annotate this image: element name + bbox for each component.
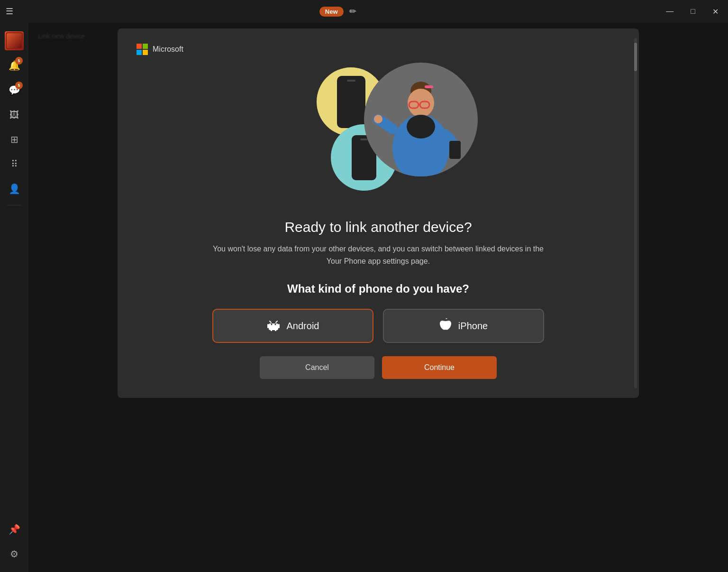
illustration: [279, 63, 478, 210]
sidebar: 🔔 5 💬 5 🖼 ⊞ ⠿ 👤 📌 ⚙: [0, 23, 28, 572]
dialog-question: What kind of phone do you have?: [287, 282, 469, 295]
titlebar-left: ☰: [6, 6, 13, 17]
hamburger-icon[interactable]: ☰: [6, 6, 13, 17]
message-badge: 5: [15, 82, 23, 89]
ms-logo-row: Microsoft: [136, 44, 183, 55]
svg-point-15: [274, 324, 276, 325]
svg-rect-3: [425, 85, 433, 88]
maximize-button[interactable]: □: [687, 5, 699, 18]
action-buttons: Cancel Continue: [260, 356, 497, 379]
dialog-scrollbar[interactable]: [634, 38, 637, 388]
close-button[interactable]: ✕: [709, 5, 722, 18]
dialog-title: Ready to link another device?: [284, 219, 472, 235]
svg-point-14: [271, 324, 272, 325]
sidebar-bottom: 📌 ⚙: [4, 519, 25, 564]
svg-rect-12: [449, 141, 461, 159]
ms-red-square: [136, 44, 142, 49]
svg-point-11: [374, 115, 382, 123]
svg-line-16: [270, 321, 271, 323]
svg-rect-18: [267, 324, 269, 328]
apps-icon: ⊞: [10, 134, 18, 145]
new-badge[interactable]: New: [319, 7, 344, 17]
sidebar-item-messages[interactable]: 💬 5: [4, 80, 25, 101]
sidebar-item-contacts[interactable]: 👤: [4, 178, 25, 199]
ms-blue-square: [136, 50, 142, 55]
svg-rect-19: [278, 324, 280, 328]
scrollbar-thumb: [634, 43, 637, 71]
dialog-description: You won't lose any data from your other …: [213, 243, 544, 267]
sidebar-item-photos[interactable]: 🖼: [4, 104, 25, 125]
titlebar-center: New ✏: [319, 6, 356, 17]
svg-rect-13: [269, 323, 278, 330]
ms-logo-text: Microsoft: [153, 45, 183, 54]
notification-badge: 5: [15, 57, 23, 65]
sidebar-avatar[interactable]: [4, 30, 25, 51]
dialog: Microsoft: [118, 28, 639, 398]
avatar-image: [5, 31, 24, 50]
sidebar-divider: [7, 205, 21, 205]
contacts-icon: 👤: [9, 183, 20, 194]
svg-rect-20: [271, 329, 272, 331]
android-button[interactable]: Android: [212, 309, 373, 343]
phone-buttons: Android iPhone: [212, 309, 544, 343]
svg-point-10: [407, 115, 435, 138]
svg-line-17: [276, 321, 277, 323]
sidebar-item-link[interactable]: 📌: [4, 519, 25, 540]
link-icon: 📌: [9, 524, 20, 535]
minimize-button[interactable]: —: [662, 5, 677, 18]
person-illustration: [369, 72, 473, 176]
cancel-button[interactable]: Cancel: [260, 356, 374, 379]
grid-icon: ⠿: [11, 158, 18, 170]
titlebar-controls: — □ ✕: [662, 5, 722, 18]
photo-icon: 🖼: [9, 110, 19, 120]
svg-rect-1: [7, 33, 22, 48]
iphone-label: iPhone: [458, 321, 488, 332]
titlebar: ☰ New ✏ — □ ✕: [0, 0, 728, 23]
sidebar-item-notifications[interactable]: 🔔 5: [4, 55, 25, 76]
sidebar-item-grid[interactable]: ⠿: [4, 154, 25, 175]
apple-icon: [439, 318, 452, 334]
pen-icon[interactable]: ✏: [349, 6, 356, 17]
phone-shape-yellow: [337, 76, 365, 128]
continue-button[interactable]: Continue: [382, 356, 497, 379]
settings-icon: ⚙: [10, 548, 18, 560]
main-area: Link new device Microsoft: [28, 23, 728, 572]
sidebar-item-settings[interactable]: ⚙: [4, 544, 25, 564]
android-icon: [267, 318, 280, 334]
svg-rect-21: [275, 329, 276, 331]
ms-yellow-square: [143, 50, 148, 55]
microsoft-logo: [136, 44, 148, 55]
android-label: Android: [287, 321, 319, 332]
iphone-button[interactable]: iPhone: [383, 309, 544, 343]
ms-green-square: [143, 44, 148, 49]
person-circle: [364, 63, 478, 176]
sidebar-item-apps[interactable]: ⊞: [4, 129, 25, 150]
